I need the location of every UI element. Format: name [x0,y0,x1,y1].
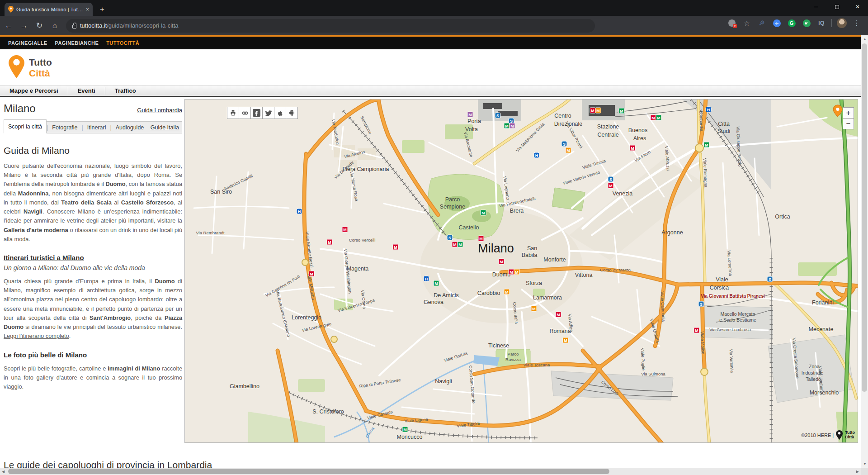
metro-marker[interactable]: M [509,269,514,275]
site-nav-paginebianche[interactable]: PAGINEBIANCHE [55,40,99,46]
metro-marker[interactable]: M [478,236,484,241]
metro-marker[interactable]: M [566,147,571,153]
lock-icon [72,25,76,28]
itineraries-heading-link[interactable]: Itinerari turistici a Milano [4,254,182,261]
map-label: Sforza [526,280,542,286]
bookmark-star-icon[interactable]: ☆ [742,18,752,28]
site-nav-tuttocitta[interactable]: TUTTOCITTÀ [106,40,139,46]
metro-marker[interactable]: M [327,239,332,245]
back-icon[interactable]: ← [2,21,15,30]
metro-marker[interactable]: M [563,337,568,343]
iq-extension-icon[interactable]: IQ [816,18,826,28]
suburban-marker[interactable]: S [561,141,567,147]
facebook-share-button[interactable] [250,107,263,119]
home-icon[interactable]: ⌂ [48,21,61,30]
guide-italia-link[interactable]: Guide Italia [151,124,179,131]
guida-lombardia-link[interactable]: Guida Lombardia [137,107,182,114]
hospital-marker[interactable]: H [706,107,711,112]
profile-avatar-icon[interactable] [837,18,847,28]
svg-text:M: M [596,109,600,113]
metro-marker[interactable]: M [656,115,661,120]
nav-traffico[interactable]: Traffico [105,87,146,94]
palette-extension-icon[interactable]: x [727,18,737,28]
metro-marker[interactable]: M [531,306,537,311]
forward-icon[interactable]: → [17,21,31,30]
suburban-marker[interactable]: S [698,301,704,307]
map-label: Studi [717,128,731,134]
metro-marker[interactable]: M [608,183,613,188]
close-button[interactable]: ✕ [847,0,868,14]
metro-marker[interactable]: M [504,123,509,128]
twitter-share-button[interactable] [262,107,274,119]
metro-marker[interactable]: M [402,427,408,432]
svg-text:M: M [705,143,708,147]
blue-app-extension-icon[interactable]: ✛ [772,18,782,28]
metro-marker[interactable]: M [704,142,709,147]
restore-button[interactable] [826,0,847,14]
zoom-out-button[interactable]: − [843,118,854,129]
hospital-marker[interactable]: H [534,152,539,158]
metro-marker[interactable]: M [514,269,519,275]
tab-fotografie[interactable]: Fotografie [48,124,81,131]
suburban-marker[interactable]: S [509,118,514,124]
hospital-marker[interactable]: H [424,276,429,281]
reader-extension-icon[interactable]: 🔎︎ [757,18,767,28]
metro-marker[interactable]: M [651,115,656,120]
metro-marker[interactable]: M [630,145,635,151]
photos-heading-link[interactable]: Le foto più belle di Milano [4,351,182,359]
address-bar[interactable]: tuttocitta.it/guida/milano/scopri-la-cit… [66,19,595,33]
city-map[interactable]: MilanoParcoSempioneCastelloBreraDuomoCar… [184,99,858,443]
metro-marker[interactable]: M [619,108,624,114]
nav-mappe-e-percorsi[interactable]: Mappe e Percorsi [0,87,68,94]
vertical-scrollbar[interactable]: ▲ ▼ [861,35,868,468]
metro-marker[interactable]: M [458,242,463,247]
metro-marker[interactable]: M [694,328,699,333]
metro-marker[interactable]: M [342,227,348,232]
browser-tab[interactable]: Guida turistica Milano | Tuttocittà × [5,3,93,16]
map-label: Brera [510,208,524,214]
inline-link[interactable]: Leggi l'itinerario completo [4,332,69,339]
horizontal-scrollbar[interactable]: ◀ ▶ [0,468,861,475]
grammarly-extension-icon[interactable]: G [787,18,797,28]
vertical-scrollbar-thumb[interactable] [862,43,867,392]
tab-itinerari[interactable]: Itinerari [83,124,110,131]
suburban-marker[interactable]: S [767,276,773,282]
guide-tabs: Scopri la città|Fotografie|Itinerari|Aud… [4,121,182,133]
metro-marker[interactable]: M [452,242,458,247]
new-tab-button[interactable]: + [96,4,108,15]
tab-scopri-la-città[interactable]: Scopri la città [4,119,47,133]
zoom-in-button[interactable]: + [843,107,854,119]
site-nav-paginegialle[interactable]: PAGINEGIALLE [8,40,47,46]
metro-marker[interactable]: M [595,108,601,113]
android-share-button[interactable] [286,107,298,119]
hospital-marker[interactable]: H [297,209,302,214]
metro-marker[interactable]: M [590,108,595,113]
metro-marker[interactable]: M [504,289,509,294]
map-label: Ortica [775,214,790,220]
nav-eventi[interactable]: Eventi [68,87,105,94]
tuttocitta-logo[interactable]: TuttoCittà [8,55,52,79]
print-share-button[interactable] [227,107,239,119]
map-label: Parco [445,196,460,203]
metro-marker[interactable]: M [556,312,561,317]
tab-audioguide[interactable]: Audioguide [112,124,148,131]
tab-close-icon[interactable]: × [86,6,89,13]
suburban-marker[interactable]: S [495,113,500,118]
metro-marker[interactable]: M [434,280,439,286]
metro-marker[interactable]: M [309,271,314,276]
horizontal-scrollbar-thumb[interactable] [8,469,609,474]
metro-marker[interactable]: M [393,244,398,250]
reload-icon[interactable]: ↻ [33,21,46,30]
metro-marker[interactable]: M [509,123,515,128]
apple-share-button[interactable] [274,107,286,119]
hand-extension-icon[interactable]: ☛ [802,18,811,28]
photos-paragraph: Scopri le più belle fotografie, cartolin… [4,364,182,392]
browser-menu-icon[interactable]: ⋮ [852,18,862,28]
minimize-button[interactable]: ─ [806,0,826,14]
link-share-button[interactable] [239,107,251,119]
metro-marker[interactable]: M [481,210,486,215]
metro-marker[interactable]: M [499,259,504,264]
suburban-marker[interactable]: S [608,176,613,182]
suburban-marker[interactable]: S [447,235,453,240]
metro-marker[interactable]: M [467,112,473,117]
